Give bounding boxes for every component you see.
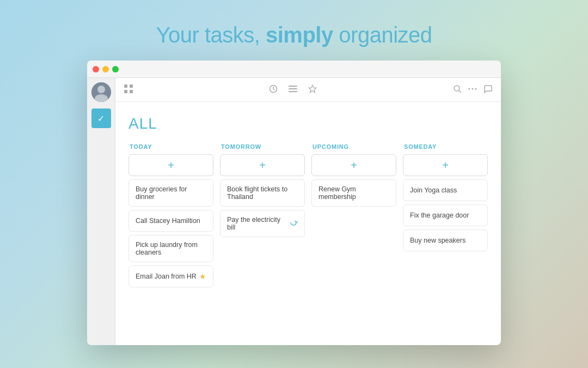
column-header-someday: SOMEDAY <box>403 143 488 150</box>
task-text: Call Stacey Hamiltion <box>136 217 200 225</box>
task-text: Join Yoga class <box>410 186 457 194</box>
chat-icon[interactable] <box>483 85 492 95</box>
task-card[interactable]: Pick up laundry from cleaners <box>128 235 213 262</box>
svg-line-9 <box>273 89 275 90</box>
hero-title: Your tasks, simply organized <box>156 23 432 47</box>
hero-title-bold: simply <box>266 23 333 47</box>
titlebar <box>87 61 501 78</box>
task-text: Book flight tickets to Thailand <box>227 185 298 201</box>
svg-rect-11 <box>289 88 297 89</box>
task-card[interactable]: Book flight tickets to Thailand <box>220 179 305 207</box>
content-area: ALL TODAY+Buy groceries for dinnerCall S… <box>115 102 501 299</box>
list-icon[interactable] <box>289 85 297 95</box>
add-task-button-upcoming[interactable]: + <box>311 154 396 176</box>
sidebar: ✓ <box>87 78 115 345</box>
app-body: ✓ <box>87 78 501 345</box>
column-header-tomorrow: TOMORROW <box>220 143 305 150</box>
toolbar-center <box>142 85 444 95</box>
page-title: ALL <box>128 115 488 132</box>
column-tomorrow: TOMORROW+Book flight tickets to Thailand… <box>220 143 305 291</box>
task-card[interactable]: Buy groceries for dinner <box>128 179 213 207</box>
svg-point-1 <box>97 86 105 93</box>
add-task-button-tomorrow[interactable]: + <box>220 154 305 176</box>
svg-point-14 <box>454 86 460 91</box>
avatar[interactable] <box>91 82 111 102</box>
svg-rect-10 <box>289 86 297 87</box>
columns: TODAY+Buy groceries for dinnerCall Stace… <box>128 143 488 291</box>
toolbar <box>115 78 501 102</box>
svg-point-17 <box>472 88 474 89</box>
grid-icon[interactable] <box>124 85 133 95</box>
minimize-button[interactable] <box>102 66 109 73</box>
task-text: Pay the electricity bill <box>227 216 289 231</box>
svg-rect-5 <box>124 90 127 93</box>
task-card[interactable]: Email Joan from HR★ <box>128 266 213 287</box>
main-content: ALL TODAY+Buy groceries for dinnerCall S… <box>115 102 501 345</box>
more-icon[interactable] <box>468 85 477 95</box>
task-text: Fix the garage door <box>410 212 469 219</box>
toolbar-right <box>453 85 492 95</box>
hero-title-end: organized <box>339 23 432 47</box>
svg-rect-4 <box>130 85 133 88</box>
column-header-today: TODAY <box>128 143 213 150</box>
svg-rect-6 <box>130 90 133 93</box>
task-text: Buy new speakers <box>410 237 465 244</box>
task-card[interactable]: Buy new speakers <box>403 230 488 251</box>
svg-rect-12 <box>289 91 297 92</box>
column-someday: SOMEDAY+Join Yoga classFix the garage do… <box>403 143 488 291</box>
add-task-button-today[interactable]: + <box>128 154 213 176</box>
column-header-upcoming: UPCOMING <box>311 143 396 150</box>
task-sync-icon <box>289 218 298 229</box>
task-text: Email Joan from HR <box>136 273 197 280</box>
clock-icon[interactable] <box>269 85 278 95</box>
task-card[interactable]: Renew Gym membership <box>311 179 396 207</box>
sidebar-item-all[interactable]: ✓ <box>91 108 111 128</box>
task-card[interactable]: Join Yoga class <box>403 179 488 201</box>
svg-line-15 <box>459 91 461 93</box>
task-card[interactable]: Fix the garage door <box>403 204 488 226</box>
star-icon[interactable] <box>308 85 317 95</box>
column-today: TODAY+Buy groceries for dinnerCall Stace… <box>128 143 213 291</box>
add-task-button-someday[interactable]: + <box>403 154 488 176</box>
svg-rect-3 <box>124 85 127 88</box>
task-text: Pick up laundry from cleaners <box>136 241 206 256</box>
task-star-icon[interactable]: ★ <box>199 272 206 281</box>
toolbar-left <box>124 85 133 95</box>
column-upcoming: UPCOMING+Renew Gym membership <box>311 143 396 291</box>
app-window: ✓ <box>87 61 501 345</box>
close-button[interactable] <box>93 66 99 73</box>
hero-title-plain: Your tasks, <box>156 23 260 47</box>
task-card[interactable]: Pay the electricity bill <box>220 210 305 237</box>
task-card[interactable]: Call Stacey Hamiltion <box>128 210 213 232</box>
maximize-button[interactable] <box>112 66 119 73</box>
search-icon[interactable] <box>453 85 462 95</box>
svg-marker-13 <box>309 85 316 93</box>
task-text: Buy groceries for dinner <box>136 185 206 201</box>
check-icon: ✓ <box>97 113 105 124</box>
svg-point-16 <box>469 88 470 89</box>
svg-point-18 <box>475 88 477 89</box>
task-text: Renew Gym membership <box>318 185 389 201</box>
right-panel: ALL TODAY+Buy groceries for dinnerCall S… <box>115 78 501 345</box>
